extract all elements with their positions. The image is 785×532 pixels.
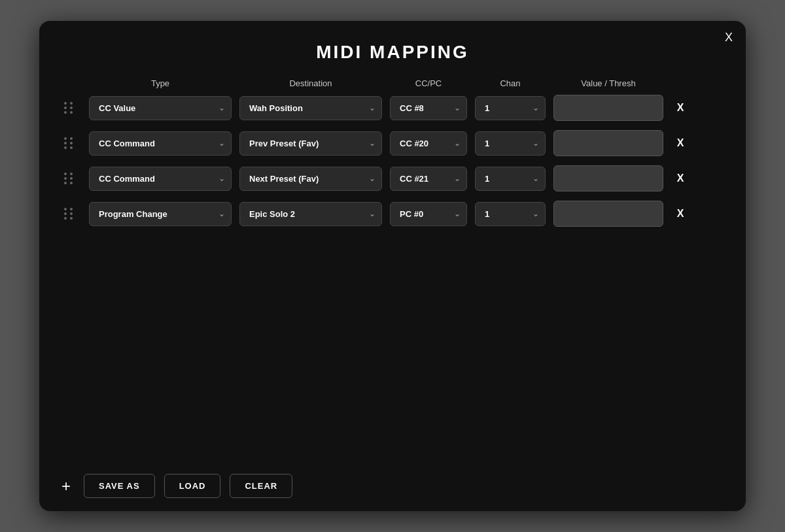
- drag-handle[interactable]: [52, 173, 85, 184]
- ccpc-select[interactable]: CC #8CC #20CC #21PC #0: [390, 131, 467, 156]
- remove-row-button[interactable]: X: [677, 173, 684, 184]
- table-row: CC ValueCC CommandProgram Change⌄Wah Pos…: [52, 130, 733, 156]
- value-thresh-input[interactable]: [553, 165, 663, 191]
- clear-button[interactable]: CLEAR: [230, 474, 292, 498]
- header-type: Type: [85, 78, 236, 88]
- footer: + SAVE AS LOAD CLEAR: [39, 465, 746, 498]
- close-button[interactable]: X: [725, 31, 733, 43]
- header-destination: Destination: [236, 78, 386, 88]
- type-select[interactable]: CC ValueCC CommandProgram Change: [89, 167, 232, 191]
- table-row: CC ValueCC CommandProgram Change⌄Wah Pos…: [52, 165, 733, 191]
- chan-select[interactable]: 12345678910111213141516: [475, 131, 546, 156]
- drag-handle[interactable]: [52, 137, 85, 149]
- remove-row-button[interactable]: X: [677, 102, 684, 114]
- save-as-button[interactable]: SAVE AS: [84, 474, 155, 498]
- chan-select[interactable]: 12345678910111213141516: [475, 167, 546, 191]
- type-select[interactable]: CC ValueCC CommandProgram Change: [89, 202, 232, 226]
- value-thresh-input[interactable]: [553, 95, 663, 121]
- ccpc-select[interactable]: CC #8CC #20CC #21PC #0: [390, 167, 467, 191]
- destination-select[interactable]: Wah PositionPrev Preset (Fav)Next Preset…: [239, 167, 382, 191]
- destination-select[interactable]: Wah PositionPrev Preset (Fav)Next Preset…: [239, 202, 382, 226]
- header-chan: Chan: [471, 78, 550, 88]
- chan-select[interactable]: 12345678910111213141516: [475, 96, 546, 120]
- remove-row-button[interactable]: X: [677, 208, 684, 220]
- destination-select[interactable]: Wah PositionPrev Preset (Fav)Next Preset…: [239, 96, 382, 120]
- remove-row-button[interactable]: X: [677, 137, 684, 149]
- value-thresh-input[interactable]: [553, 201, 663, 227]
- header-ccpc: CC/PC: [386, 78, 471, 88]
- load-button[interactable]: LOAD: [164, 474, 221, 498]
- value-thresh-input[interactable]: [553, 130, 663, 156]
- destination-select[interactable]: Wah PositionPrev Preset (Fav)Next Preset…: [239, 131, 382, 156]
- chan-select[interactable]: 12345678910111213141516: [475, 202, 546, 226]
- midi-mapping-dialog: X MIDI MAPPING Type Destination CC/PC Ch…: [39, 21, 746, 511]
- drag-handle[interactable]: [52, 208, 85, 220]
- dialog-title: MIDI MAPPING: [39, 21, 746, 78]
- ccpc-select[interactable]: CC #8CC #20CC #21PC #0: [390, 96, 467, 120]
- type-select[interactable]: CC ValueCC CommandProgram Change: [89, 96, 232, 120]
- table-row: CC ValueCC CommandProgram Change⌄Wah Pos…: [52, 95, 733, 121]
- type-select[interactable]: CC ValueCC CommandProgram Change: [89, 131, 232, 156]
- ccpc-select[interactable]: CC #8CC #20CC #21PC #0: [390, 202, 467, 226]
- add-row-button[interactable]: +: [58, 478, 75, 494]
- table-row: CC ValueCC CommandProgram Change⌄Wah Pos…: [52, 201, 733, 227]
- drag-handle[interactable]: [52, 102, 85, 114]
- table-header: Type Destination CC/PC Chan Value / Thre…: [39, 78, 746, 95]
- header-value-thresh: Value / Thresh: [550, 78, 667, 88]
- table-body: CC ValueCC CommandProgram Change⌄Wah Pos…: [39, 95, 746, 465]
